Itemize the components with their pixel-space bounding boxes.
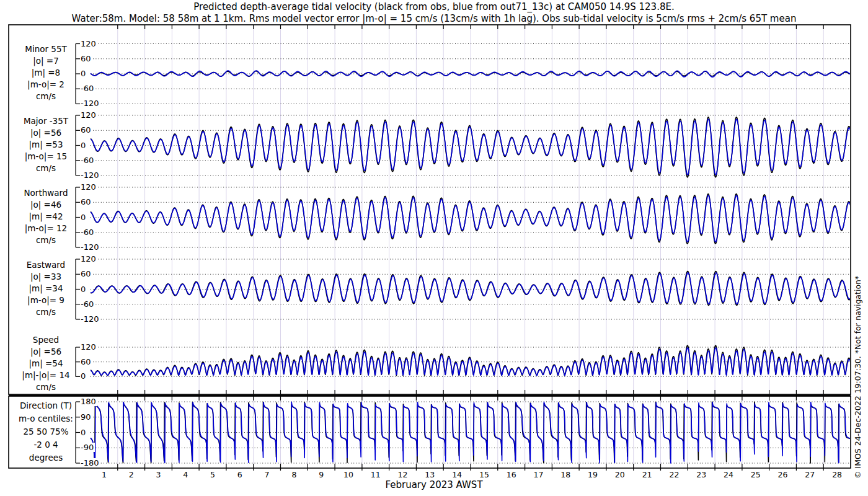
panel-stat: |m-o|= 15 — [4, 151, 88, 162]
x-tick-label: 22 — [660, 470, 688, 479]
x-tick-label: 21 — [634, 470, 661, 479]
x-tick-label: 1 — [91, 470, 118, 479]
panel-title: Major -35T — [4, 115, 88, 127]
x-tick-label: 25 — [742, 470, 769, 479]
panel-stat: |o| =56 — [4, 127, 88, 139]
x-tick-label: 24 — [715, 470, 742, 479]
panel-stat: |m-o|= 12 — [4, 223, 88, 234]
panel-stat: |m| =42 — [4, 211, 88, 223]
panel-stat: |o| =46 — [4, 199, 88, 211]
x-tick-label: 16 — [498, 470, 525, 479]
tidal-prediction-figure: Predicted depth-average tidal velocity (… — [0, 0, 868, 496]
panel-stat: m-o centiles: — [4, 412, 88, 425]
x-tick-label: 17 — [525, 470, 552, 479]
x-tick-label: 14 — [443, 470, 471, 479]
panel-stat: |o| =7 — [4, 55, 88, 67]
x-tick-label: 13 — [416, 470, 443, 479]
panel-units: cm/s — [4, 162, 88, 174]
x-tick-label: 3 — [144, 470, 172, 479]
gridlines-layer — [91, 25, 851, 467]
x-axis-label: February 2023 AWST — [285, 479, 583, 490]
panel-stat: |m| =8 — [4, 67, 88, 79]
panel-label-minor: Minor 55T|o| =7|m| =8|m-o|= 2cm/s — [4, 43, 88, 102]
x-tick-label: 7 — [254, 470, 281, 479]
x-tick-label: 20 — [606, 470, 634, 479]
x-tick-label: 12 — [389, 470, 417, 479]
x-tick-label: 28 — [823, 470, 851, 479]
panel-label-speed: Speed|o| =56|m| =54|m|-|o|= 14cm/s — [4, 334, 88, 393]
panel-stat: |m| =34 — [4, 283, 88, 294]
x-tick-label: 8 — [280, 470, 308, 479]
x-tick-label: 5 — [199, 470, 226, 479]
x-tick-label: 10 — [335, 470, 362, 479]
x-tick-label: 9 — [308, 470, 335, 479]
panel-units: cm/s — [4, 381, 88, 393]
panel-stat: |m| =53 — [4, 139, 88, 151]
panel-label-direction: Direction (T)m-o centiles:25 50 75%-2 0 … — [4, 399, 88, 464]
x-tick-label: 4 — [172, 470, 199, 479]
panel-label-major: Major -35T|o| =56|m| =53|m-o|= 15cm/s — [4, 115, 88, 174]
x-tick-label: 23 — [688, 470, 715, 479]
chart-plot-area — [0, 0, 868, 496]
panel-title: Direction (T) — [4, 399, 88, 412]
panel-title: Eastward — [4, 259, 88, 271]
x-tick-label: 11 — [362, 470, 389, 479]
panel-stat: |o| =56 — [4, 346, 88, 358]
panel-stat: |m-o|= 2 — [4, 79, 88, 91]
panel-units: cm/s — [4, 234, 88, 246]
x-tick-label: 15 — [471, 470, 498, 479]
panel-title: Northward — [4, 187, 88, 199]
panel-title: Minor 55T — [4, 43, 88, 55]
x-tick-label: 6 — [226, 470, 254, 479]
panel-units: degrees — [4, 451, 88, 464]
panel-units: cm/s — [4, 306, 88, 318]
panel-label-north: Northward|o| =46|m| =42|m-o|= 12cm/s — [4, 187, 88, 246]
watermark-credit: © IMOS 24-Dec-2022 19:07:30. *Not for na… — [853, 276, 862, 479]
panel-stat: 25 50 75% — [4, 425, 88, 438]
panel-stat: |m| =54 — [4, 358, 88, 370]
x-tick-label: 26 — [769, 470, 797, 479]
panel-title: Speed — [4, 334, 88, 346]
panel-stat: |m|-|o|= 14 — [4, 370, 88, 381]
panel-units: cm/s — [4, 91, 88, 102]
x-tick-label: 19 — [579, 470, 606, 479]
panel-stat: |m-o|= 9 — [4, 294, 88, 306]
panel-stat: |o| =33 — [4, 271, 88, 283]
panel-label-east: Eastward|o| =33|m| =34|m-o|= 9cm/s — [4, 259, 88, 318]
x-tick-label: 27 — [796, 470, 823, 479]
panel-stat: -2 0 4 — [4, 438, 88, 451]
x-tick-label: 18 — [552, 470, 579, 479]
x-tick-label: 2 — [118, 470, 145, 479]
